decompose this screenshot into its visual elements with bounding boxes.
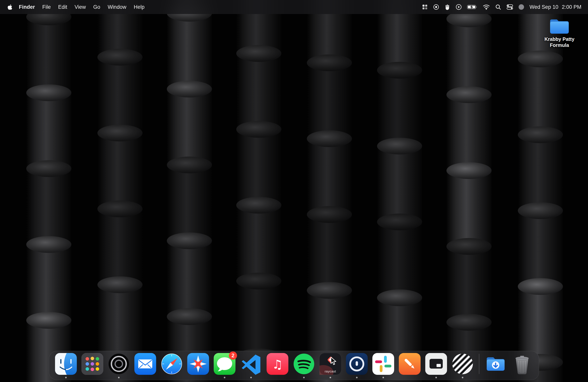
onepassword-keyhole-icon [346, 353, 368, 375]
time-text: 2:00 PM [562, 4, 581, 10]
dock-striped-disc-app[interactable] [452, 353, 473, 375]
concentric-rings-icon [108, 353, 130, 375]
apple-menu[interactable] [7, 4, 15, 10]
menu-item-go[interactable]: Go [90, 4, 104, 10]
running-indicator [250, 377, 252, 378]
svg-text:♫: ♫ [272, 357, 283, 371]
dock-pen-app[interactable] [399, 353, 420, 375]
running-indicator [303, 377, 305, 378]
notification-badge: 2 [229, 351, 237, 360]
wallpaper-column [167, 0, 212, 382]
account-icon[interactable] [518, 4, 524, 10]
dock-rings-app[interactable] [108, 353, 130, 375]
safari-compass-icon [161, 353, 183, 375]
menu-item-finder[interactable]: Finder [15, 4, 39, 10]
menu-bar-clock[interactable]: Wed Sep 10 2:00 PM [529, 4, 581, 10]
dock-separator [479, 354, 479, 374]
dock-screen-app[interactable] [425, 353, 447, 375]
menu-bar-left: Finder File Edit View Go Window Help [0, 4, 148, 10]
finder-icon [55, 353, 77, 375]
mail-envelope-icon [134, 353, 156, 375]
desktop-folder-krabby-patty[interactable]: Krabby Patty Formula [541, 18, 578, 48]
menu-bar-status: Wed Sep 10 2:00 PM [422, 4, 588, 10]
dock-spotify[interactable] [293, 353, 315, 375]
apple-logo-icon [7, 4, 12, 10]
menu-bar: Finder File Edit View Go Window Help [0, 0, 588, 14]
wallpaper-column [446, 0, 492, 382]
running-indicator [65, 377, 67, 378]
menu-item-help[interactable]: Help [130, 4, 148, 10]
dock-code-editor[interactable] [240, 353, 262, 375]
screen-record-icon[interactable] [433, 4, 439, 10]
running-indicator [118, 377, 120, 378]
control-center-icon[interactable] [506, 4, 513, 10]
wallpaper-column [518, 0, 563, 382]
downloads-folder-icon [485, 353, 506, 375]
star-burst-icon [187, 353, 209, 375]
wallpaper-column [97, 0, 143, 382]
vscode-icon [240, 353, 262, 375]
wallpaper-column [26, 0, 71, 382]
pen-icon [399, 353, 420, 375]
dock-messages[interactable]: 2 [214, 353, 235, 375]
menu-item-file[interactable]: File [39, 4, 55, 10]
wallpaper-column [377, 0, 422, 382]
music-note-icon: ♫ [267, 353, 288, 375]
screen-window-icon [425, 353, 447, 375]
spotlight-search-icon[interactable] [495, 4, 501, 10]
wallpaper-column [307, 0, 352, 382]
menu-item-edit[interactable]: Edit [54, 4, 71, 10]
wallpaper-column [236, 0, 281, 382]
running-indicator [435, 377, 437, 378]
app-grid-icon[interactable] [422, 4, 428, 10]
running-indicator [382, 377, 384, 378]
menu-item-window[interactable]: Window [104, 4, 130, 10]
hand-icon[interactable] [444, 4, 450, 10]
dock-1password[interactable] [346, 353, 368, 375]
dock-safari[interactable] [161, 353, 183, 375]
raycast-label: raycast [319, 370, 341, 373]
dock-raycast[interactable]: raycast [319, 353, 341, 375]
desktop-folder-label: Krabby Patty Formula [543, 36, 576, 48]
wifi-icon[interactable] [483, 4, 490, 10]
launchpad-icon [82, 353, 103, 375]
dock-slack[interactable] [372, 353, 394, 375]
running-indicator [224, 377, 225, 378]
running-indicator [462, 377, 463, 378]
dock-downloads-folder[interactable] [485, 353, 506, 375]
running-indicator [356, 377, 357, 378]
blue-folder-icon [548, 18, 570, 35]
striped-disc-icon [452, 353, 473, 375]
battery-charging-icon[interactable] [467, 4, 478, 10]
dock-finder[interactable] [55, 353, 77, 375]
dock-launchpad[interactable] [82, 353, 103, 375]
spotify-icon [293, 353, 315, 375]
dock-music[interactable]: ♫ [267, 353, 288, 375]
running-indicator [330, 377, 331, 378]
trash-icon [511, 353, 533, 375]
dock-trash[interactable] [511, 353, 533, 375]
dock-mail[interactable] [134, 353, 156, 375]
wallpaper-cylinders [0, 0, 588, 382]
play-circle-icon[interactable] [456, 4, 462, 10]
dock-star-app[interactable] [187, 353, 209, 375]
desktop: Finder File Edit View Go Window Help [0, 0, 588, 382]
date-text: Wed Sep 10 [529, 4, 558, 10]
slack-icon [372, 353, 394, 375]
dock: 2 ♫ [49, 351, 539, 380]
menu-item-view[interactable]: View [71, 4, 90, 10]
